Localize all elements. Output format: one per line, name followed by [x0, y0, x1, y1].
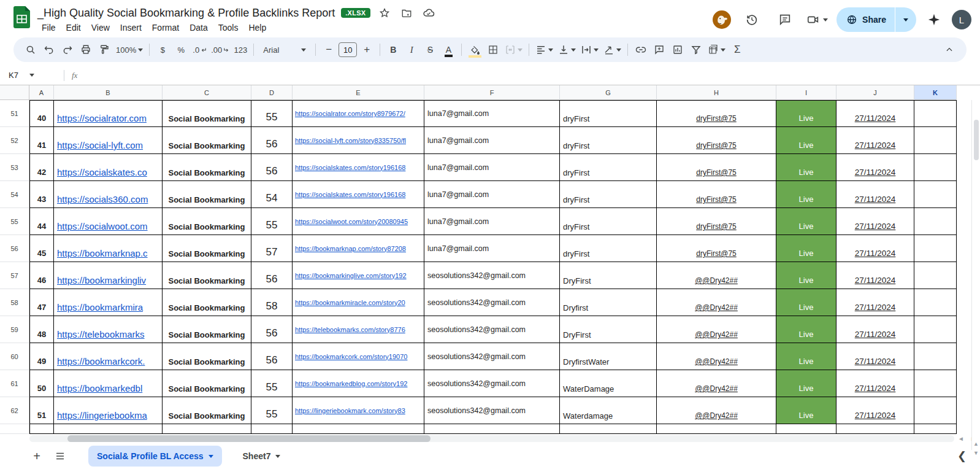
cell-hyperlink[interactable]: https://bookmarkedbl — [57, 383, 142, 393]
cell-G52[interactable]: dryFirst — [560, 127, 657, 154]
cell-E52[interactable]: https://social-lyft.com/story8335750/fl — [293, 127, 424, 154]
status-badge-live-58[interactable]: Live — [776, 289, 836, 316]
status-badge-live-61[interactable]: Live — [776, 370, 836, 397]
horizontal-align-icon[interactable] — [534, 41, 555, 58]
cell-hyperlink[interactable]: https://socialskates.co — [57, 167, 147, 177]
font-family-select[interactable]: Arial — [258, 41, 311, 58]
cell-B58[interactable]: https://bookmarkmira — [54, 289, 163, 316]
cell-G62[interactable]: Waterdamage — [560, 397, 657, 424]
cell-J54[interactable]: 27/11/2024 — [836, 181, 914, 208]
cell-C51[interactable]: Social Bookmarking — [163, 100, 251, 127]
version-history-icon[interactable] — [740, 7, 764, 32]
cell-D51[interactable]: 55 — [251, 100, 293, 127]
cell-hyperlink[interactable]: https://bookmarkedblog.com/story192 — [295, 380, 407, 387]
cell-E59[interactable]: https://telebookmarks.com/story8776 — [293, 316, 424, 343]
italic-button[interactable]: I — [403, 41, 420, 58]
cell-D57[interactable]: 56 — [251, 262, 293, 289]
account-avatar[interactable]: L — [952, 10, 971, 29]
all-sheets-icon[interactable] — [50, 446, 70, 466]
cell-C52[interactable]: Social Bookmarking — [163, 127, 251, 154]
cell-K53[interactable] — [914, 154, 957, 181]
cell-G55[interactable]: dryFirst — [560, 208, 657, 235]
meet-call-button[interactable] — [806, 13, 828, 26]
extension-avatar-icon[interactable] — [713, 10, 731, 29]
cell-G54[interactable]: dryFirst — [560, 181, 657, 208]
status-badge-live-55[interactable]: Live — [776, 208, 836, 235]
column-header-D[interactable]: D — [251, 85, 293, 100]
cell-J56[interactable]: 27/11/2024 — [836, 235, 914, 262]
cell-B60[interactable]: https://bookmarkcork. — [54, 343, 163, 370]
cell-empty[interactable] — [560, 424, 657, 434]
cell-F57[interactable]: seosolutions342@gmail.com — [424, 262, 560, 289]
print-icon[interactable] — [77, 41, 94, 58]
functions-button[interactable]: Σ — [729, 41, 746, 58]
column-header-H[interactable]: H — [657, 85, 776, 100]
row-header-56[interactable]: 56 — [0, 235, 29, 262]
cell-hyperlink[interactable]: https://bookmarkcork.com/story19070 — [295, 353, 407, 360]
insert-chart-icon[interactable] — [669, 41, 686, 58]
cell-hyperlink[interactable]: https://socialwoot.com — [57, 221, 148, 231]
cell-empty[interactable] — [424, 424, 560, 434]
cell-B59[interactable]: https://telebookmarks — [54, 316, 163, 343]
column-header-K[interactable]: K — [914, 85, 957, 100]
share-button[interactable]: Share — [836, 7, 916, 32]
cell-G58[interactable]: Dryfirst — [560, 289, 657, 316]
row-header-partial[interactable] — [0, 424, 29, 434]
gemini-sparkle-icon[interactable] — [925, 7, 943, 32]
cell-G57[interactable]: DryFirst — [560, 262, 657, 289]
text-rotation-icon[interactable] — [602, 41, 623, 58]
text-color-button[interactable]: A — [440, 41, 457, 58]
cell-H56[interactable]: dryFirst@75 — [657, 235, 776, 262]
zoom-select[interactable]: 100% — [114, 41, 145, 58]
increase-font-size-button[interactable]: + — [358, 41, 375, 58]
cell-J60[interactable]: 27/11/2024 — [836, 343, 914, 370]
cell-E57[interactable]: https://bookmarkinglive.com/story192 — [293, 262, 424, 289]
cell-E61[interactable]: https://bookmarkedblog.com/story192 — [293, 370, 424, 397]
cell-E53[interactable]: https://socialskates.com/story196168 — [293, 154, 424, 181]
cell-A59[interactable]: 48 — [29, 316, 54, 343]
cell-hyperlink[interactable]: https://socialskates.com/story196168 — [295, 191, 405, 198]
cell-B53[interactable]: https://socialskates.co — [54, 154, 163, 181]
column-header-I[interactable]: I — [776, 85, 836, 100]
cell-E56[interactable]: https://bookmarknap.com/story87208 — [293, 235, 424, 262]
vertical-scrollbar-thumb[interactable] — [974, 120, 979, 160]
cell-A56[interactable]: 45 — [29, 235, 54, 262]
cell-B61[interactable]: https://bookmarkedbl — [54, 370, 163, 397]
row-header-58[interactable]: 58 — [0, 289, 29, 316]
select-all-corner[interactable] — [0, 85, 29, 100]
cell-B51[interactable]: https://socialrator.com — [54, 100, 163, 127]
star-icon[interactable] — [377, 5, 392, 21]
side-panel-collapse-icon[interactable]: ❮ — [957, 449, 974, 463]
cell-hyperlink[interactable]: https://lingeriebookma — [57, 410, 147, 421]
share-dropdown-button[interactable] — [895, 7, 916, 32]
cell-B55[interactable]: https://socialwoot.com — [54, 208, 163, 235]
strikethrough-button[interactable]: S — [421, 41, 438, 58]
cell-H61[interactable]: @@Dry42## — [657, 370, 776, 397]
insert-comment-icon[interactable] — [651, 41, 668, 58]
cell-J55[interactable]: 27/11/2024 — [836, 208, 914, 235]
vertical-scrollbar[interactable]: ▲▼ — [971, 100, 980, 450]
cell-A61[interactable]: 50 — [29, 370, 54, 397]
cell-B56[interactable]: https://bookmarknap.c — [54, 235, 163, 262]
formula-input[interactable] — [77, 66, 980, 85]
cell-H54[interactable]: dryFirst@75 — [657, 181, 776, 208]
cell-hyperlink[interactable]: https://social-lyft.com — [57, 140, 143, 150]
cell-C62[interactable]: Social Bookmarking — [163, 397, 251, 424]
bold-button[interactable]: B — [385, 41, 402, 58]
cell-F58[interactable]: seosolutions342@gmail.com — [424, 289, 560, 316]
cell-F62[interactable]: seosolutions342@gmail.com — [424, 397, 560, 424]
menu-edit[interactable]: Edit — [62, 21, 85, 34]
cell-C59[interactable]: Social Bookmarking — [163, 316, 251, 343]
cell-A58[interactable]: 47 — [29, 289, 54, 316]
cell-empty[interactable] — [54, 424, 163, 434]
cell-C56[interactable]: Social Bookmarking — [163, 235, 251, 262]
cell-H60[interactable]: @@Dry42## — [657, 343, 776, 370]
cell-J57[interactable]: 27/11/2024 — [836, 262, 914, 289]
font-size-input[interactable]: 10 — [339, 42, 357, 57]
document-title[interactable]: _High Quality Social Bookmarking & Profi… — [37, 7, 335, 20]
cell-K54[interactable] — [914, 181, 957, 208]
row-header-61[interactable]: 61 — [0, 370, 29, 397]
cell-hyperlink[interactable]: https://bookmarkingliv — [57, 275, 146, 285]
cell-F52[interactable]: luna7@gmail.com — [424, 127, 560, 154]
scroll-up-icon[interactable]: ▲ — [973, 441, 979, 447]
